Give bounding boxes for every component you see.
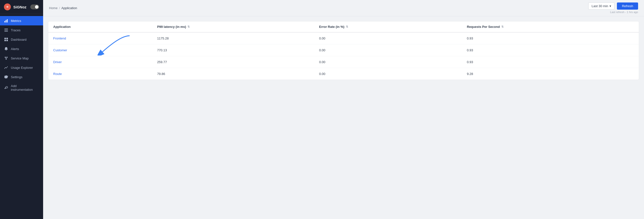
- column-application-label: Application: [53, 25, 71, 29]
- tool-icon: [4, 86, 8, 90]
- topbar: Home / Application Last 30 min ▾ Refresh…: [43, 0, 644, 16]
- app-link-driver[interactable]: Driver: [53, 60, 62, 64]
- sidebar-item-metrics-label: Metrics: [11, 19, 21, 23]
- sort-icon-error-rate: ⇅: [346, 25, 348, 28]
- svg-rect-2: [7, 19, 8, 23]
- breadcrumb-home[interactable]: Home: [49, 6, 58, 10]
- svg-rect-0: [4, 21, 5, 23]
- table-row: Driver 259.77 0.00 0.93: [48, 56, 639, 68]
- svg-rect-7: [6, 38, 8, 39]
- bell-icon: [4, 47, 8, 51]
- cell-app-name-1: Customer: [48, 44, 152, 56]
- bar-chart-icon: [4, 19, 8, 23]
- svg-rect-4: [4, 30, 8, 30]
- trending-icon: [4, 65, 8, 70]
- sidebar-item-add-instrumentation-label: Add instrumentation: [11, 84, 39, 92]
- cell-p99-0: 1175.28: [152, 32, 314, 44]
- sidebar-item-usage-explorer-label: Usage Explorer: [11, 66, 33, 70]
- gear-icon: [4, 75, 8, 79]
- applications-table: Application P99 latency (in ms) ⇅ E: [48, 22, 639, 80]
- table-row: Frontend 1175.28 0.00 0.93: [48, 32, 639, 44]
- svg-rect-3: [4, 29, 8, 29]
- sort-icon-p99: ⇅: [188, 25, 190, 28]
- cell-app-name-2: Driver: [48, 56, 152, 68]
- cell-rps-2: 0.93: [462, 56, 639, 68]
- sidebar-item-usage-explorer[interactable]: Usage Explorer: [0, 63, 43, 72]
- cell-p99-2: 259.77: [152, 56, 314, 68]
- app-link-route[interactable]: Route: [53, 72, 62, 76]
- cell-rps-1: 0.93: [462, 44, 639, 56]
- chevron-down-icon: ▾: [610, 4, 611, 8]
- sidebar-item-settings-label: Settings: [11, 75, 22, 79]
- page-content: Application P99 latency (in ms) ⇅ E: [43, 16, 644, 219]
- app-link-frontend[interactable]: Frontend: [53, 37, 66, 40]
- svg-rect-8: [4, 40, 6, 41]
- column-p99-label: P99 latency (in ms): [157, 25, 186, 29]
- sidebar-item-alerts-label: Alerts: [11, 47, 19, 51]
- column-error-rate-label: Error Rate (in %): [319, 25, 344, 29]
- time-range-selector[interactable]: Last 30 min ▾: [588, 3, 614, 10]
- column-rps-sortable: Requests Per Second ⇅: [467, 25, 634, 29]
- cell-error-rate-2: 0.00: [314, 56, 462, 68]
- svg-rect-6: [4, 38, 6, 39]
- map-icon: [4, 56, 8, 60]
- cell-rps-3: 9.28: [462, 68, 639, 80]
- grid-icon: [4, 37, 8, 42]
- applications-table-container: Application P99 latency (in ms) ⇅ E: [48, 21, 639, 80]
- sidebar-item-service-map-label: Service Map: [11, 57, 28, 60]
- table-header: Application P99 latency (in ms) ⇅ E: [48, 22, 639, 32]
- sidebar-item-settings[interactable]: Settings: [0, 72, 43, 82]
- sidebar-item-add-instrumentation[interactable]: Add instrumentation: [0, 82, 43, 94]
- svg-line-14: [5, 57, 6, 59]
- time-range-label: Last 30 min: [592, 4, 608, 8]
- cell-app-name-3: Route: [48, 68, 152, 80]
- column-rps-label: Requests Per Second: [467, 25, 500, 29]
- table-header-row: Application P99 latency (in ms) ⇅ E: [48, 22, 639, 32]
- breadcrumb-current: Application: [61, 6, 77, 10]
- list-icon: [4, 28, 8, 32]
- app-link-customer[interactable]: Customer: [53, 48, 67, 52]
- sort-icon-rps: ⇅: [501, 25, 504, 28]
- sidebar-brand-name: SiGNoz: [13, 5, 26, 9]
- column-application: Application: [48, 22, 152, 32]
- topbar-controls: Last 30 min ▾ Refresh: [588, 3, 638, 10]
- cell-p99-1: 770.13: [152, 44, 314, 56]
- table-row: Customer 770.13 0.00 0.93: [48, 44, 639, 56]
- sidebar-toggle[interactable]: [30, 5, 39, 9]
- sidebar: 👁 SiGNoz Metrics Traces Dashboard: [0, 0, 43, 219]
- cell-error-rate-3: 0.00: [314, 68, 462, 80]
- table-row: Route 79.86 0.00 9.28: [48, 68, 639, 80]
- sidebar-logo: 👁: [4, 4, 11, 10]
- main-content: Home / Application Last 30 min ▾ Refresh…: [43, 0, 644, 219]
- last-refresh-text: Last refresh - 1 hrs ago: [610, 11, 638, 14]
- refresh-button[interactable]: Refresh: [617, 3, 638, 10]
- topbar-right: Last 30 min ▾ Refresh Last refresh - 1 h…: [588, 3, 638, 14]
- sidebar-header: 👁 SiGNoz: [0, 0, 43, 14]
- column-p99[interactable]: P99 latency (in ms) ⇅: [152, 22, 314, 32]
- svg-rect-5: [4, 31, 8, 32]
- sidebar-item-traces[interactable]: Traces: [0, 25, 43, 35]
- svg-line-15: [6, 57, 7, 59]
- cell-app-name-0: Frontend: [48, 32, 152, 44]
- column-rps[interactable]: Requests Per Second ⇅: [462, 22, 639, 32]
- cell-error-rate-1: 0.00: [314, 44, 462, 56]
- cell-p99-3: 79.86: [152, 68, 314, 80]
- column-error-rate[interactable]: Error Rate (in %) ⇅: [314, 22, 462, 32]
- breadcrumb-separator: /: [59, 6, 60, 10]
- logo-icon: 👁: [6, 5, 9, 9]
- sidebar-item-dashboard-label: Dashboard: [11, 38, 26, 42]
- sidebar-item-alerts[interactable]: Alerts: [0, 44, 43, 54]
- cell-error-rate-0: 0.00: [314, 32, 462, 44]
- sidebar-item-service-map[interactable]: Service Map: [0, 54, 43, 63]
- svg-rect-1: [6, 20, 6, 23]
- sidebar-item-metrics[interactable]: Metrics: [0, 16, 43, 25]
- main-area: Home / Application Last 30 min ▾ Refresh…: [43, 0, 644, 219]
- svg-rect-9: [6, 40, 8, 41]
- column-p99-sortable: P99 latency (in ms) ⇅: [157, 25, 310, 29]
- breadcrumb: Home / Application: [49, 6, 77, 10]
- sidebar-nav: Metrics Traces Dashboard Alerts Service …: [0, 14, 43, 219]
- table-body: Frontend 1175.28 0.00 0.93 Customer 770.…: [48, 32, 639, 80]
- column-error-rate-sortable: Error Rate (in %) ⇅: [319, 25, 457, 29]
- sidebar-item-dashboard[interactable]: Dashboard: [0, 35, 43, 44]
- cell-rps-0: 0.93: [462, 32, 639, 44]
